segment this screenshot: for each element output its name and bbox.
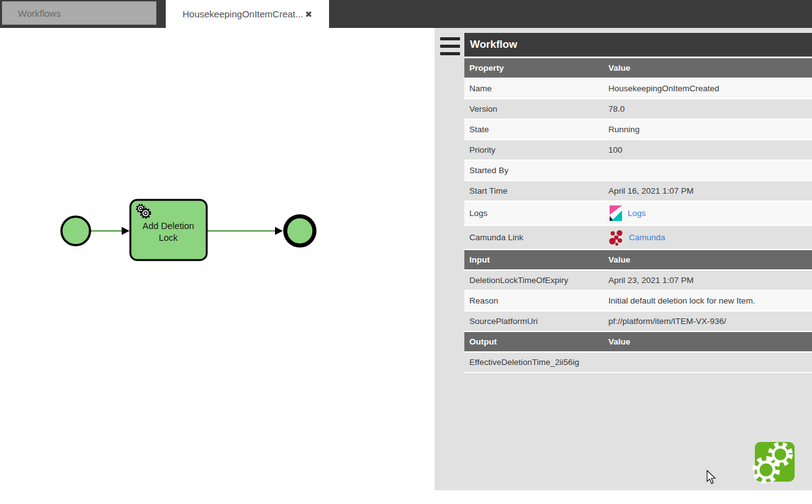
- table-row: ReasonInitial default deletion lock for …: [464, 291, 812, 312]
- workflow-details-panel: Workflow PropertyValueNameHousekeepingOn…: [435, 28, 812, 490]
- property-label: SourcePlatformUri: [464, 317, 608, 326]
- property-label: State: [464, 125, 608, 134]
- sequence-flow-1: [91, 227, 130, 235]
- tab-workflows-label: Workflows: [18, 8, 61, 19]
- table-row: Version78.0: [464, 99, 812, 120]
- property-label: DeletionLockTimeOfExpiry: [464, 276, 608, 285]
- camunda-icon: [608, 230, 625, 246]
- property-label: Started By: [464, 166, 608, 175]
- section-header-property: PropertyValue: [464, 58, 812, 79]
- table-row: Start TimeApril 16, 2021 1:07 PM: [464, 181, 812, 202]
- section-header-output: OutputValue: [464, 332, 812, 353]
- table-row: NameHousekeepingOnItemCreated: [464, 79, 812, 99]
- table-row: SourcePlatformUripf://platform/item/ITEM…: [464, 312, 812, 332]
- property-label: Reason: [464, 296, 608, 305]
- start-event-node[interactable]: [61, 217, 90, 245]
- tab-housekeeping-label: HousekeepingOnItemCreat...: [183, 9, 303, 19]
- workflow-diagram-canvas[interactable]: Add Deletion Lock: [0, 28, 435, 504]
- property-label: Priority: [464, 145, 608, 155]
- value-cell: April 23, 2021 1:07 PM: [608, 276, 812, 285]
- table-row: Camunda Link Camunda: [464, 226, 812, 250]
- kibana-icon: [608, 205, 623, 222]
- table-row: DeletionLockTimeOfExpiryApril 23, 2021 1…: [464, 271, 812, 291]
- value-cell: April 16, 2021 1:07 PM: [608, 186, 812, 196]
- tab-housekeeping-workflow[interactable]: HousekeepingOnItemCreat... ✖: [166, 0, 329, 28]
- property-label: Name: [464, 84, 608, 93]
- tab-bar: Workflows HousekeepingOnItemCreat... ✖: [0, 0, 812, 28]
- sequence-flow-2: [207, 227, 283, 235]
- property-label: Logs: [464, 209, 608, 218]
- property-table: PropertyValueNameHousekeepingOnItemCreat…: [464, 58, 812, 373]
- section-header-input: InputValue: [464, 250, 812, 271]
- close-icon[interactable]: ✖: [305, 9, 312, 19]
- camunda-link[interactable]: Camunda: [629, 233, 665, 242]
- task-label-line-1: Add Deletion: [142, 221, 194, 231]
- table-row: Started By: [464, 161, 812, 181]
- menu-icon[interactable]: [440, 37, 460, 55]
- table-row: EffectiveDeletionTime_2ii56ig: [464, 353, 812, 373]
- value-cell: Logs: [608, 205, 812, 222]
- property-label: EffectiveDeletionTime_2ii56ig: [464, 358, 608, 367]
- table-row: Priority100: [464, 140, 812, 161]
- table-row: Logs Logs: [464, 202, 812, 226]
- bpmn-diagram: Add Deletion Lock: [0, 28, 435, 504]
- service-task-node[interactable]: Add Deletion Lock: [130, 200, 207, 260]
- task-label-line-2: Lock: [159, 233, 178, 243]
- property-label: Camunda Link: [464, 233, 608, 242]
- property-label: Start Time: [464, 186, 608, 196]
- value-cell: Camunda: [608, 230, 812, 246]
- tab-workflows[interactable]: Workflows: [2, 1, 156, 25]
- value-cell: 78.0: [608, 104, 812, 114]
- value-cell: pf://platform/item/ITEM-VX-936/: [608, 317, 812, 326]
- property-label: Version: [464, 104, 608, 114]
- value-cell: 100: [608, 145, 812, 155]
- table-row: StateRunning: [464, 120, 812, 140]
- value-cell: Running: [608, 125, 812, 134]
- workflow-gears-logo: [752, 441, 797, 486]
- end-event-node[interactable]: [286, 217, 315, 246]
- logs-link[interactable]: Logs: [628, 209, 646, 218]
- panel-title: Workflow: [464, 33, 812, 56]
- value-cell: Initial default deletion lock for new It…: [608, 296, 812, 305]
- value-cell: HousekeepingOnItemCreated: [608, 84, 812, 93]
